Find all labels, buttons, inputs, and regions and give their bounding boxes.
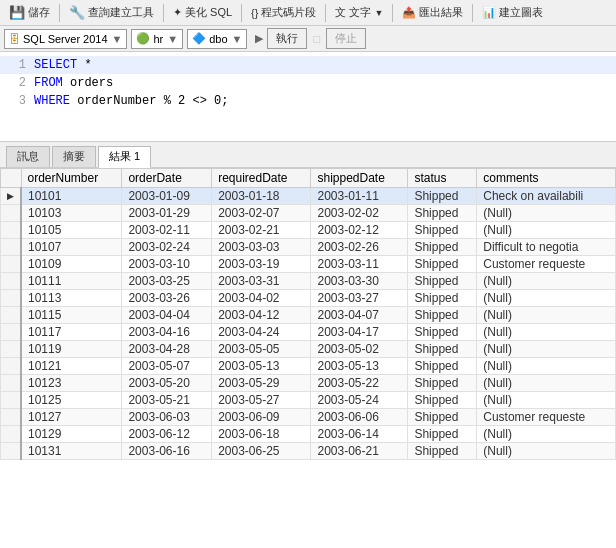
table-row[interactable]: 101152003-04-042003-04-122003-04-07Shipp… (1, 307, 616, 324)
row-indicator-cell (1, 341, 22, 358)
execute-button[interactable]: 執行 (267, 28, 307, 49)
cell-orderNumber: 10111 (21, 273, 122, 290)
table-row[interactable]: 101072003-02-242003-03-032003-02-26Shipp… (1, 239, 616, 256)
table-row[interactable]: ▶101012003-01-092003-01-182003-01-11Ship… (1, 188, 616, 205)
server-select[interactable]: 🗄 SQL Server 2014 ▼ (4, 29, 127, 49)
sql-keyword-select: SELECT (34, 56, 77, 74)
beautify-sql-icon: ✦ (173, 6, 182, 19)
row-indicator-cell (1, 307, 22, 324)
line-number-1: 1 (4, 56, 26, 74)
cell-shippedDate: 2003-06-06 (311, 409, 408, 426)
table-row[interactable]: 101252003-05-212003-05-272003-05-24Shipp… (1, 392, 616, 409)
cell-orderDate: 2003-03-10 (122, 256, 212, 273)
toolbar: 💾 儲存 🔧 查詢建立工具 ✦ 美化 SQL {} 程式碼片段 文 文字 ▼ 📤… (0, 0, 616, 26)
cell-orderNumber: 10117 (21, 324, 122, 341)
cell-orderNumber: 10131 (21, 443, 122, 460)
cell-orderNumber: 10109 (21, 256, 122, 273)
cell-orderNumber: 10129 (21, 426, 122, 443)
col-header-comments: comments (477, 169, 616, 188)
cell-status: Shipped (408, 256, 477, 273)
table-body: ▶101012003-01-092003-01-182003-01-11Ship… (1, 188, 616, 460)
cell-orderDate: 2003-05-20 (122, 375, 212, 392)
table-row[interactable]: 101032003-01-292003-02-072003-02-02Shipp… (1, 205, 616, 222)
toolbar-separator-3 (241, 4, 242, 22)
tab-messages[interactable]: 訊息 (6, 146, 50, 167)
cell-requiredDate: 2003-05-05 (212, 341, 311, 358)
cell-status: Shipped (408, 341, 477, 358)
cell-orderDate: 2003-05-21 (122, 392, 212, 409)
cell-comments: (Null) (477, 307, 616, 324)
table-row[interactable]: 101132003-03-262003-04-022003-03-27Shipp… (1, 290, 616, 307)
col-header-shippedDate: shippedDate (311, 169, 408, 188)
line-number-2: 2 (4, 74, 26, 92)
tab-results-1[interactable]: 結果 1 (98, 146, 151, 168)
tab-summary[interactable]: 摘要 (52, 146, 96, 167)
stop-button[interactable]: 停止 (326, 28, 366, 49)
sql-keyword-from: FROM (34, 74, 63, 92)
cell-requiredDate: 2003-02-07 (212, 205, 311, 222)
cell-shippedDate: 2003-04-07 (311, 307, 408, 324)
table-row[interactable]: 101092003-03-102003-03-192003-03-11Shipp… (1, 256, 616, 273)
cell-requiredDate: 2003-03-31 (212, 273, 311, 290)
sql-line-2: 2 FROM orders (0, 74, 616, 92)
cell-orderNumber: 10125 (21, 392, 122, 409)
cell-requiredDate: 2003-01-18 (212, 188, 311, 205)
row-indicator-cell (1, 239, 22, 256)
row-indicator-cell (1, 426, 22, 443)
toolbar-separator-2 (163, 4, 164, 22)
table-row[interactable]: 101172003-04-162003-04-242003-04-17Shipp… (1, 324, 616, 341)
cell-requiredDate: 2003-05-27 (212, 392, 311, 409)
cell-orderDate: 2003-04-28 (122, 341, 212, 358)
row-indicator-cell: ▶ (1, 188, 22, 205)
cell-comments: (Null) (477, 426, 616, 443)
text-button[interactable]: 文 文字 ▼ (330, 3, 388, 22)
table-row[interactable]: 101192003-04-282003-05-052003-05-02Shipp… (1, 341, 616, 358)
cell-requiredDate: 2003-03-19 (212, 256, 311, 273)
code-snippet-button[interactable]: {} 程式碼片段 (246, 3, 321, 22)
cell-comments: Difficult to negotia (477, 239, 616, 256)
toolbar-separator-4 (325, 4, 326, 22)
create-chart-button[interactable]: 📊 建立圖表 (477, 3, 548, 22)
table-row[interactable]: 101112003-03-252003-03-312003-03-30Shipp… (1, 273, 616, 290)
cell-orderDate: 2003-01-09 (122, 188, 212, 205)
connection-bar: 🗄 SQL Server 2014 ▼ 🟢 hr ▼ 🔷 dbo ▼ ▶ 執行 … (0, 26, 616, 52)
table-row[interactable]: 101292003-06-122003-06-182003-06-14Shipp… (1, 426, 616, 443)
cell-shippedDate: 2003-04-17 (311, 324, 408, 341)
table-row[interactable]: 101312003-06-162003-06-252003-06-21Shipp… (1, 443, 616, 460)
cell-orderNumber: 10121 (21, 358, 122, 375)
exec-separator: ▶ (255, 32, 263, 45)
cell-shippedDate: 2003-01-11 (311, 188, 408, 205)
export-results-button[interactable]: 📤 匯出結果 (397, 3, 468, 22)
sql-editor[interactable]: 1 SELECT * 2 FROM orders 3 WHERE orderNu… (0, 52, 616, 142)
db2-select[interactable]: 🔷 dbo ▼ (187, 29, 247, 49)
results-table-area[interactable]: orderNumber orderDate requiredDate shipp… (0, 168, 616, 548)
table-row[interactable]: 101232003-05-202003-05-292003-05-22Shipp… (1, 375, 616, 392)
text-icon: 文 (335, 5, 346, 20)
cell-status: Shipped (408, 358, 477, 375)
save-button[interactable]: 💾 儲存 (4, 3, 55, 22)
tabs-bar: 訊息 摘要 結果 1 (0, 142, 616, 168)
cell-requiredDate: 2003-05-13 (212, 358, 311, 375)
table-row[interactable]: 101052003-02-112003-02-212003-02-12Shipp… (1, 222, 616, 239)
cell-status: Shipped (408, 443, 477, 460)
cell-comments: Customer requeste (477, 409, 616, 426)
query-builder-icon: 🔧 (69, 5, 85, 20)
row-indicator-cell (1, 273, 22, 290)
toolbar-separator-5 (392, 4, 393, 22)
beautify-sql-button[interactable]: ✦ 美化 SQL (168, 3, 237, 22)
cell-shippedDate: 2003-02-02 (311, 205, 408, 222)
row-indicator-cell (1, 290, 22, 307)
query-builder-button[interactable]: 🔧 查詢建立工具 (64, 3, 159, 22)
table-row[interactable]: 101212003-05-072003-05-132003-05-13Shipp… (1, 358, 616, 375)
db1-select[interactable]: 🟢 hr ▼ (131, 29, 183, 49)
cell-requiredDate: 2003-06-25 (212, 443, 311, 460)
cell-comments: (Null) (477, 443, 616, 460)
col-header-orderNumber: orderNumber (21, 169, 122, 188)
chevron-down-icon: ▼ (374, 8, 383, 18)
cell-comments: Check on availabili (477, 188, 616, 205)
cell-comments: (Null) (477, 273, 616, 290)
cell-shippedDate: 2003-02-12 (311, 222, 408, 239)
cell-orderDate: 2003-01-29 (122, 205, 212, 222)
cell-status: Shipped (408, 239, 477, 256)
table-row[interactable]: 101272003-06-032003-06-092003-06-06Shipp… (1, 409, 616, 426)
